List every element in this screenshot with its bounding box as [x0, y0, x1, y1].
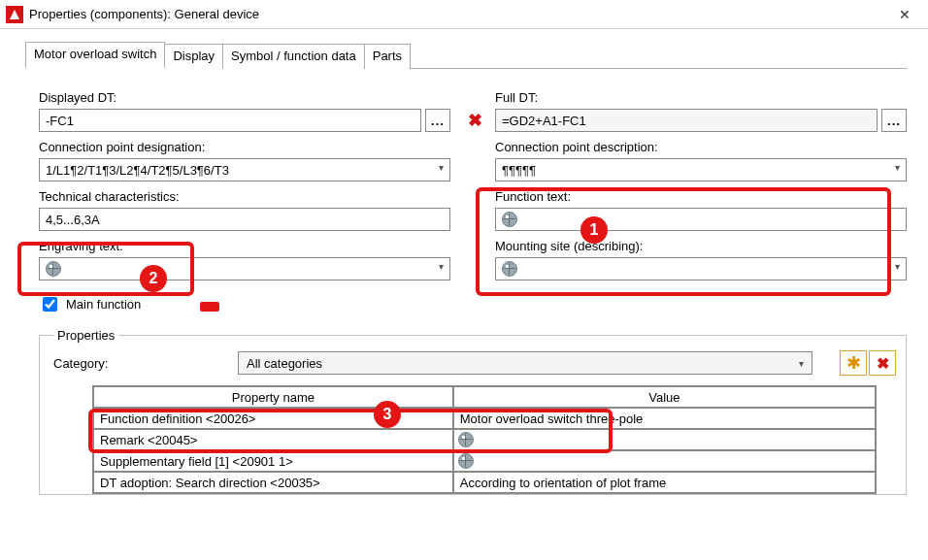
chevron-down-icon: ▾	[799, 358, 804, 369]
tabs-bar: Motor overload switch Display Symbol / f…	[25, 41, 907, 69]
tab-motor-overload[interactable]: Motor overload switch	[25, 42, 165, 69]
close-button[interactable]: ✕	[885, 0, 924, 29]
clear-displayed-dt-button[interactable]: ✖	[462, 109, 487, 132]
tech-char-label: Technical characteristics:	[39, 189, 450, 204]
prop-name-cell[interactable]: DT adoption: Search direction <20035>	[93, 472, 453, 493]
mounting-site-label: Mounting site (describing):	[495, 239, 907, 253]
new-property-button[interactable]: ✱	[840, 350, 867, 376]
conn-pt-desc-combo[interactable]: ¶¶¶¶¶▾	[495, 158, 907, 181]
chevron-down-icon: ▾	[439, 162, 444, 173]
conn-pt-desc-label: Connection point description:	[495, 140, 907, 154]
globe-icon	[458, 432, 474, 447]
conn-pt-desig-combo[interactable]: 1/L1¶2/T1¶3/L2¶4/T2¶5/L3¶6/T3▾	[39, 158, 450, 181]
engraving-text-label: Engraving text:	[39, 239, 450, 253]
prop-name-cell[interactable]: Remark <20045>	[93, 429, 453, 450]
tech-char-input[interactable]: 4,5...6,3A	[39, 208, 450, 231]
displayed-dt-label: Displayed DT:	[39, 90, 450, 105]
category-combo[interactable]: All categories ▾	[238, 351, 812, 375]
globe-icon	[502, 261, 517, 277]
full-dt-label: Full DT:	[495, 90, 907, 105]
table-row: Function definition <20026> Motor overlo…	[93, 408, 876, 429]
main-function-label: Main function	[66, 297, 141, 312]
full-dt-input: =GD2+A1-FC1	[495, 109, 878, 132]
prop-value-cell[interactable]: Motor overload switch three-pole	[453, 408, 876, 429]
conn-pt-desc-value: ¶¶¶¶¶	[502, 163, 536, 178]
function-text-label: Function text:	[495, 189, 907, 204]
prop-value-cell[interactable]: According to orientation of plot frame	[453, 472, 876, 493]
category-label: Category:	[53, 356, 218, 371]
prop-name-cell[interactable]: Function definition <20026>	[93, 408, 453, 429]
properties-group: Properties Category: All categories ▾ ✱ …	[39, 328, 907, 495]
globe-icon	[46, 261, 61, 277]
chevron-down-icon: ▾	[895, 162, 900, 173]
globe-icon	[502, 212, 517, 227]
displayed-dt-input[interactable]: -FC1	[39, 109, 421, 132]
conn-pt-desig-label: Connection point designation:	[39, 140, 450, 154]
tab-display[interactable]: Display	[165, 44, 223, 69]
tab-symbol-function[interactable]: Symbol / function data	[223, 44, 365, 69]
chevron-down-icon: ▾	[895, 261, 900, 272]
globe-icon	[458, 453, 474, 469]
properties-table: Property name Value Function definition …	[92, 385, 877, 494]
col-value[interactable]: Value	[453, 386, 876, 408]
col-property-name[interactable]: Property name	[93, 386, 453, 408]
engraving-text-combo[interactable]: ▾	[39, 257, 450, 280]
table-row: Remark <20045>	[93, 429, 876, 450]
table-row: Supplementary field [1] <20901 1>	[93, 450, 876, 472]
mounting-site-combo[interactable]: ▾	[495, 257, 907, 280]
function-text-input[interactable]	[495, 208, 907, 231]
chevron-down-icon: ▾	[439, 261, 444, 272]
tab-parts[interactable]: Parts	[365, 44, 411, 69]
prop-value-cell[interactable]	[453, 450, 876, 472]
main-function-checkbox[interactable]	[43, 297, 57, 312]
app-icon	[6, 6, 23, 23]
prop-name-cell[interactable]: Supplementary field [1] <20901 1>	[93, 450, 453, 472]
category-value: All categories	[247, 356, 322, 371]
delete-property-button[interactable]: ✖	[869, 350, 896, 376]
window-title: Properties (components): General device	[29, 7, 885, 21]
full-dt-browse-button[interactable]: ...	[881, 109, 907, 132]
conn-pt-desig-value: 1/L1¶2/T1¶3/L2¶4/T2¶5/L3¶6/T3	[46, 163, 229, 178]
displayed-dt-browse-button[interactable]: ...	[425, 109, 450, 132]
properties-legend: Properties	[53, 328, 118, 343]
prop-value-cell[interactable]	[453, 429, 876, 450]
table-row: DT adoption: Search direction <20035> Ac…	[93, 472, 876, 493]
